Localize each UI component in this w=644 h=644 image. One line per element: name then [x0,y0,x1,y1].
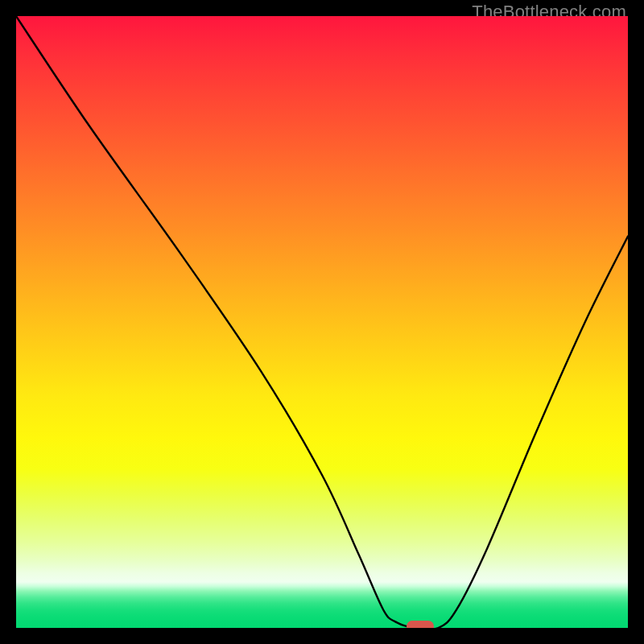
optimal-marker [407,621,434,628]
plot-area [16,16,628,628]
curve-path [16,16,628,628]
bottleneck-curve [16,16,628,628]
chart-frame: TheBottleneck.com [0,0,644,644]
